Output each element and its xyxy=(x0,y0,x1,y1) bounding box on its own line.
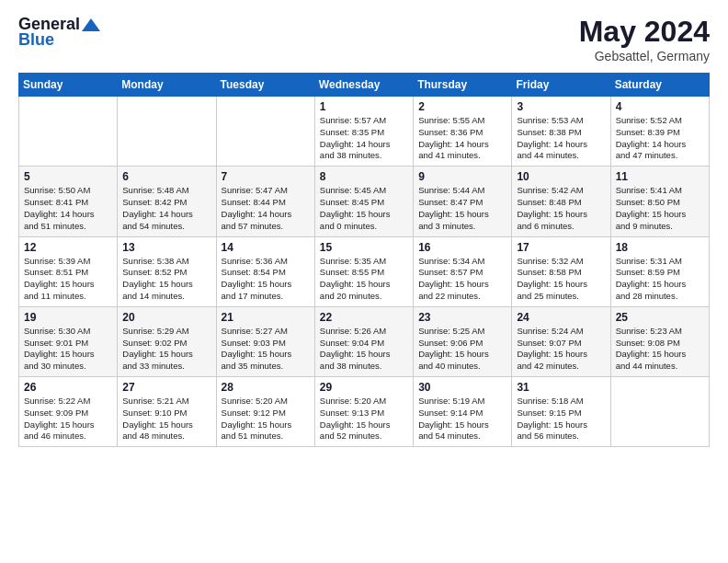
calendar-cell: 8Sunrise: 5:45 AM Sunset: 8:45 PM Daylig… xyxy=(314,167,413,236)
day-number: 21 xyxy=(222,311,310,324)
day-info: Sunrise: 5:44 AM Sunset: 8:47 PM Dayligh… xyxy=(418,185,506,232)
header: General Blue May 2024 Gebsattel, Germany xyxy=(18,15,710,63)
day-number: 1 xyxy=(320,100,408,113)
calendar-cell: 28Sunrise: 5:20 AM Sunset: 9:12 PM Dayli… xyxy=(216,377,314,447)
calendar-cell: 7Sunrise: 5:47 AM Sunset: 8:44 PM Daylig… xyxy=(216,167,314,236)
calendar-cell: 17Sunrise: 5:32 AM Sunset: 8:58 PM Dayli… xyxy=(512,236,610,306)
day-number: 12 xyxy=(24,241,112,254)
day-header-thursday: Thursday xyxy=(414,74,512,97)
week-row-1: 1Sunrise: 5:57 AM Sunset: 8:35 PM Daylig… xyxy=(19,97,710,167)
day-header-wednesday: Wednesday xyxy=(314,74,413,97)
day-info: Sunrise: 5:21 AM Sunset: 9:10 PM Dayligh… xyxy=(122,396,210,442)
calendar-cell: 16Sunrise: 5:34 AM Sunset: 8:57 PM Dayli… xyxy=(414,236,512,306)
week-row-4: 19Sunrise: 5:30 AM Sunset: 9:01 PM Dayli… xyxy=(19,306,710,376)
day-number: 23 xyxy=(418,311,506,324)
calendar-cell: 20Sunrise: 5:29 AM Sunset: 9:02 PM Dayli… xyxy=(118,306,216,376)
calendar-cell: 29Sunrise: 5:20 AM Sunset: 9:13 PM Dayli… xyxy=(314,377,413,447)
calendar-cell: 9Sunrise: 5:44 AM Sunset: 8:47 PM Daylig… xyxy=(414,167,512,236)
day-info: Sunrise: 5:25 AM Sunset: 9:06 PM Dayligh… xyxy=(418,326,506,373)
day-info: Sunrise: 5:20 AM Sunset: 9:12 PM Dayligh… xyxy=(222,396,310,442)
day-header-sunday: Sunday xyxy=(19,74,118,97)
calendar-cell: 25Sunrise: 5:23 AM Sunset: 9:08 PM Dayli… xyxy=(610,306,709,376)
calendar-cell: 2Sunrise: 5:55 AM Sunset: 8:36 PM Daylig… xyxy=(414,97,512,167)
day-number: 6 xyxy=(122,170,210,183)
day-header-friday: Friday xyxy=(512,74,610,97)
calendar-cell xyxy=(610,377,709,447)
day-header-monday: Monday xyxy=(118,74,216,97)
calendar-cell: 3Sunrise: 5:53 AM Sunset: 8:38 PM Daylig… xyxy=(512,97,610,167)
calendar-cell: 21Sunrise: 5:27 AM Sunset: 9:03 PM Dayli… xyxy=(216,306,314,376)
day-number: 10 xyxy=(517,170,605,183)
day-number: 20 xyxy=(122,311,210,324)
week-row-5: 26Sunrise: 5:22 AM Sunset: 9:09 PM Dayli… xyxy=(19,377,710,447)
calendar-cell: 19Sunrise: 5:30 AM Sunset: 9:01 PM Dayli… xyxy=(19,306,118,376)
calendar-cell xyxy=(216,97,314,167)
day-number: 2 xyxy=(418,100,506,113)
day-info: Sunrise: 5:53 AM Sunset: 8:38 PM Dayligh… xyxy=(517,115,605,162)
page: General Blue May 2024 Gebsattel, Germany… xyxy=(0,0,728,462)
day-info: Sunrise: 5:35 AM Sunset: 8:55 PM Dayligh… xyxy=(320,256,408,303)
day-number: 19 xyxy=(24,311,112,324)
day-number: 13 xyxy=(122,241,210,254)
day-number: 5 xyxy=(24,170,112,183)
day-number: 24 xyxy=(517,311,605,324)
day-number: 22 xyxy=(320,311,408,324)
day-number: 31 xyxy=(517,381,605,394)
day-info: Sunrise: 5:26 AM Sunset: 9:04 PM Dayligh… xyxy=(320,326,408,373)
calendar-cell: 22Sunrise: 5:26 AM Sunset: 9:04 PM Dayli… xyxy=(314,306,413,376)
logo-blue-text: Blue xyxy=(18,30,54,50)
day-info: Sunrise: 5:18 AM Sunset: 9:15 PM Dayligh… xyxy=(517,396,605,442)
day-info: Sunrise: 5:45 AM Sunset: 8:45 PM Dayligh… xyxy=(320,185,408,232)
day-info: Sunrise: 5:39 AM Sunset: 8:51 PM Dayligh… xyxy=(24,256,112,303)
day-info: Sunrise: 5:20 AM Sunset: 9:13 PM Dayligh… xyxy=(320,396,408,442)
day-info: Sunrise: 5:52 AM Sunset: 8:39 PM Dayligh… xyxy=(616,115,704,162)
day-number: 15 xyxy=(320,241,408,254)
day-info: Sunrise: 5:36 AM Sunset: 8:54 PM Dayligh… xyxy=(222,256,310,303)
calendar-cell: 18Sunrise: 5:31 AM Sunset: 8:59 PM Dayli… xyxy=(610,236,709,306)
calendar: SundayMondayTuesdayWednesdayThursdayFrid… xyxy=(18,73,710,447)
day-info: Sunrise: 5:22 AM Sunset: 9:09 PM Dayligh… xyxy=(24,396,112,442)
day-info: Sunrise: 5:23 AM Sunset: 9:08 PM Dayligh… xyxy=(616,326,704,373)
week-row-2: 5Sunrise: 5:50 AM Sunset: 8:41 PM Daylig… xyxy=(19,167,710,236)
calendar-cell: 14Sunrise: 5:36 AM Sunset: 8:54 PM Dayli… xyxy=(216,236,314,306)
calendar-cell: 13Sunrise: 5:38 AM Sunset: 8:52 PM Dayli… xyxy=(118,236,216,306)
week-row-3: 12Sunrise: 5:39 AM Sunset: 8:51 PM Dayli… xyxy=(19,236,710,306)
calendar-cell: 11Sunrise: 5:41 AM Sunset: 8:50 PM Dayli… xyxy=(610,167,709,236)
calendar-cell: 31Sunrise: 5:18 AM Sunset: 9:15 PM Dayli… xyxy=(512,377,610,447)
day-info: Sunrise: 5:29 AM Sunset: 9:02 PM Dayligh… xyxy=(122,326,210,373)
day-number: 30 xyxy=(418,381,506,394)
day-header-tuesday: Tuesday xyxy=(216,74,314,97)
calendar-cell: 30Sunrise: 5:19 AM Sunset: 9:14 PM Dayli… xyxy=(414,377,512,447)
day-info: Sunrise: 5:38 AM Sunset: 8:52 PM Dayligh… xyxy=(122,256,210,303)
calendar-cell: 24Sunrise: 5:24 AM Sunset: 9:07 PM Dayli… xyxy=(512,306,610,376)
title-block: May 2024 Gebsattel, Germany xyxy=(579,15,710,63)
day-info: Sunrise: 5:19 AM Sunset: 9:14 PM Dayligh… xyxy=(418,396,506,442)
calendar-cell: 15Sunrise: 5:35 AM Sunset: 8:55 PM Dayli… xyxy=(314,236,413,306)
day-info: Sunrise: 5:50 AM Sunset: 8:41 PM Dayligh… xyxy=(24,185,112,232)
day-info: Sunrise: 5:47 AM Sunset: 8:44 PM Dayligh… xyxy=(222,185,310,232)
logo: General Blue xyxy=(18,15,101,50)
calendar-cell: 4Sunrise: 5:52 AM Sunset: 8:39 PM Daylig… xyxy=(610,97,709,167)
day-number: 8 xyxy=(320,170,408,183)
day-info: Sunrise: 5:32 AM Sunset: 8:58 PM Dayligh… xyxy=(517,256,605,303)
day-number: 25 xyxy=(616,311,704,324)
day-number: 26 xyxy=(24,381,112,394)
day-info: Sunrise: 5:31 AM Sunset: 8:59 PM Dayligh… xyxy=(616,256,704,303)
calendar-cell: 10Sunrise: 5:42 AM Sunset: 8:48 PM Dayli… xyxy=(512,167,610,236)
day-header-saturday: Saturday xyxy=(610,74,709,97)
calendar-cell: 6Sunrise: 5:48 AM Sunset: 8:42 PM Daylig… xyxy=(118,167,216,236)
day-header-row: SundayMondayTuesdayWednesdayThursdayFrid… xyxy=(19,74,710,97)
day-number: 27 xyxy=(122,381,210,394)
day-info: Sunrise: 5:41 AM Sunset: 8:50 PM Dayligh… xyxy=(616,185,704,232)
calendar-cell: 12Sunrise: 5:39 AM Sunset: 8:51 PM Dayli… xyxy=(19,236,118,306)
calendar-cell xyxy=(19,97,118,167)
day-info: Sunrise: 5:24 AM Sunset: 9:07 PM Dayligh… xyxy=(517,326,605,373)
calendar-cell: 26Sunrise: 5:22 AM Sunset: 9:09 PM Dayli… xyxy=(19,377,118,447)
day-info: Sunrise: 5:30 AM Sunset: 9:01 PM Dayligh… xyxy=(24,326,112,373)
day-number: 7 xyxy=(222,170,310,183)
svg-marker-0 xyxy=(82,18,100,31)
day-number: 3 xyxy=(517,100,605,113)
day-number: 18 xyxy=(616,241,704,254)
day-info: Sunrise: 5:57 AM Sunset: 8:35 PM Dayligh… xyxy=(320,115,408,162)
day-number: 14 xyxy=(222,241,310,254)
